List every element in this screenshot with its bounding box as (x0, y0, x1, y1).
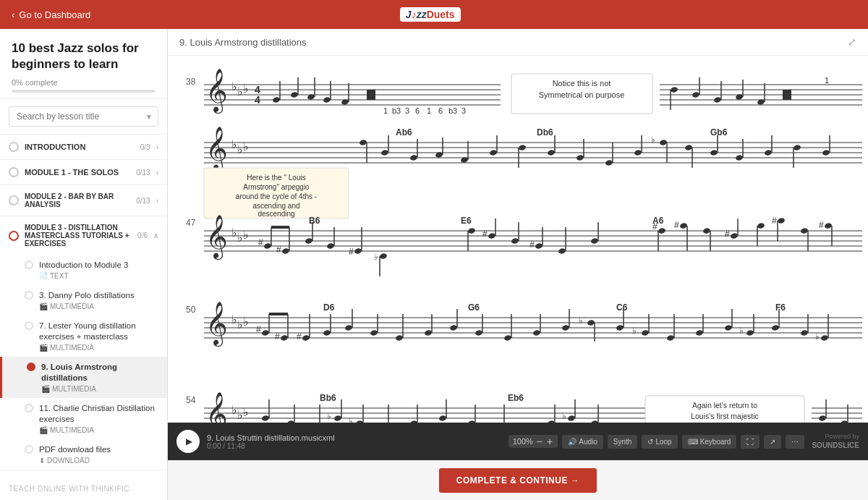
loop-button[interactable]: ↺ Loop (642, 435, 677, 449)
keyboard-label: Keyboard (700, 438, 731, 446)
fullscreen-button[interactable]: ⛶ (741, 435, 760, 449)
module-section-intro: INTRODUCTION 0/3 › (0, 135, 167, 160)
svg-text:♭: ♭ (651, 135, 655, 145)
search-container: ▼ (0, 99, 167, 135)
lesson-info-lester-young: 7. Lester Young distillation exercises +… (39, 321, 158, 352)
svg-text:♭: ♭ (374, 252, 378, 262)
back-arrow-icon: ‹ (12, 9, 14, 20)
svg-text:E6: E6 (461, 216, 472, 226)
svg-point-128 (326, 242, 334, 249)
svg-text:♭: ♭ (231, 80, 237, 93)
module-header-2[interactable]: MODULE 2 - Bar by Bar Analysis 0/13 › (0, 185, 167, 216)
module-circle-1 (9, 167, 19, 177)
module-chevron-intro: › (156, 143, 158, 151)
svg-point-258 (333, 415, 341, 421)
sheet-music-area[interactable]: 38 𝄞 ♭ ♭ ♭ 4 4 (168, 56, 868, 423)
svg-point-79 (489, 149, 497, 156)
svg-point-87 (605, 159, 613, 166)
module-section-1: MODULE 1 - The solos 0/13 › (0, 160, 167, 185)
lesson-name-danny-polo: 3. Danny Polo distillations (39, 290, 158, 301)
share-button[interactable]: ↗ (764, 435, 781, 449)
svg-text:54: 54 (186, 395, 196, 405)
module-header-intro[interactable]: INTRODUCTION 0/3 › (0, 135, 167, 159)
svg-text:b3: b3 (392, 106, 401, 115)
svg-point-227 (724, 324, 732, 331)
audio-button[interactable]: 🔊 Audio (562, 435, 603, 449)
svg-text:D6: D6 (323, 302, 335, 313)
lesson-type-intro-module3: 📄 TEXT (39, 272, 158, 280)
svg-point-131 (354, 247, 362, 254)
svg-text:𝄞: 𝄞 (205, 215, 228, 260)
lesson-item-louis-armstrong[interactable]: 9. Louis Armstrong distillations 🎬 MULTI… (0, 357, 167, 398)
svg-text:♭: ♭ (349, 416, 353, 423)
lesson-type-label-louis: MULTIMEDIA (52, 385, 96, 393)
svg-point-136 (467, 227, 475, 234)
keyboard-icon: ⌨ (688, 438, 698, 446)
complete-button[interactable]: COMPLETE & CONTINUE → (439, 468, 597, 493)
lesson-info-danny-polo: 3. Danny Polo distillations 🎬 MULTIMEDIA (39, 290, 158, 310)
svg-text:50: 50 (186, 305, 196, 315)
svg-text:♭: ♭ (237, 232, 243, 244)
module-circle-intro (9, 142, 19, 152)
logo-jazz-text: J♪zz (406, 9, 427, 20)
lesson-circle-lester-young (25, 321, 33, 330)
svg-point-126 (305, 237, 312, 244)
logo-duets-text: Duets (427, 9, 455, 20)
svg-point-251 (261, 415, 269, 421)
search-input[interactable] (9, 106, 158, 127)
lesson-type-label-intro: TEXT (50, 272, 69, 280)
lesson-item-intro-module3[interactable]: Introduction to Module 3 📄 TEXT (0, 255, 167, 285)
module-header-3[interactable]: MODULE 3 - Distillation Masterclass Tuto… (0, 216, 167, 255)
play-button[interactable]: ▶ (176, 430, 200, 453)
zoom-minus-button[interactable]: − (536, 436, 543, 446)
svg-text:Eb6: Eb6 (508, 393, 524, 403)
zoom-control: 100% − + (509, 435, 558, 448)
powered-by: Powered by SOUNDSLICE (812, 433, 859, 451)
lesson-type-label-lester: MULTIMEDIA (50, 344, 94, 352)
svg-point-197 (344, 324, 352, 331)
zoom-plus-button[interactable]: + (546, 436, 553, 446)
back-to-dashboard[interactable]: ‹ Go to Dashboard (12, 9, 90, 20)
svg-text:♭: ♭ (739, 326, 744, 336)
svg-text:G6: G6 (468, 302, 480, 313)
synth-button[interactable]: Synth (608, 435, 638, 449)
lesson-name-louis-armstrong: 9. Louis Armstrong distillations (41, 362, 158, 384)
player-controls: 100% − + 🔊 Audio Synth ↺ Loop ⌨ Keybo (509, 435, 805, 449)
svg-point-186 (261, 329, 269, 336)
lesson-name-pdf-download: PDF download files (39, 444, 158, 455)
svg-text:Louis's first majestic: Louis's first majestic (691, 412, 759, 420)
keyboard-button[interactable]: ⌨ Keyboard (682, 435, 737, 449)
lesson-name-lester-young: 7. Lester Young distillation exercises +… (39, 321, 158, 342)
module-circle-3 (9, 231, 19, 241)
svg-text:𝄞: 𝄞 (205, 127, 228, 172)
more-options-button[interactable]: ⋯ (786, 435, 804, 449)
svg-text:♭: ♭ (579, 315, 583, 326)
svg-text:3: 3 (405, 106, 409, 115)
sidebar-footer: TEACH ONLINE WITH THINKIFIC (0, 478, 167, 500)
lesson-circle-charlie-christian (25, 404, 33, 412)
module-circle-2 (9, 195, 19, 205)
svg-point-218 (616, 324, 624, 331)
lesson-item-pdf-download[interactable]: PDF download files ⬇ DOWNLOAD (0, 439, 167, 470)
lesson-name-intro-module3: Introduction to Module 3 (39, 260, 158, 271)
svg-text:#: # (652, 221, 658, 232)
svg-text:#: # (674, 220, 679, 230)
svg-text:♭: ♭ (237, 409, 243, 421)
module-header-1[interactable]: MODULE 1 - The solos 0/13 › (0, 160, 167, 185)
site-logo: J♪zzDuets (400, 7, 461, 22)
expand-icon[interactable]: ⤢ (848, 36, 856, 48)
svg-point-81 (518, 144, 526, 151)
svg-point-83 (547, 149, 555, 156)
lesson-item-charlie-christian[interactable]: 11. Charlie Christian Distillation exerc… (0, 398, 167, 439)
svg-point-161 (757, 222, 765, 229)
svg-point-279 (567, 415, 575, 421)
svg-text:#: # (482, 229, 488, 239)
module-count-1: 0/13 (136, 169, 150, 177)
lesson-item-danny-polo[interactable]: 3. Danny Polo distillations 🎬 MULTIMEDIA (0, 285, 167, 315)
svg-text:♭: ♭ (562, 411, 566, 421)
svg-point-166 (800, 227, 808, 234)
svg-point-203 (424, 329, 432, 336)
svg-point-98 (735, 154, 743, 161)
svg-point-159 (730, 232, 738, 239)
lesson-item-lester-young[interactable]: 7. Lester Young distillation exercises +… (0, 315, 167, 357)
